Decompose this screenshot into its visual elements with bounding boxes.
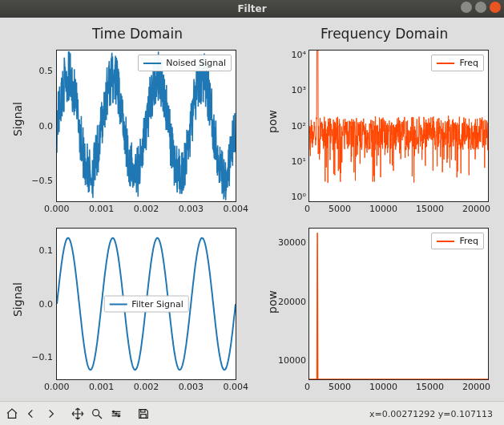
svg-point-1 <box>113 411 115 412</box>
ylabel-pow-top: pow <box>266 110 279 133</box>
axes-freq-noised: Freq <box>308 50 489 202</box>
maximize-icon[interactable] <box>475 2 486 13</box>
matplotlib-toolbar: x=0.00271292 y=0.107113 <box>0 401 504 425</box>
svg-point-2 <box>115 413 117 415</box>
cursor-coordinates: x=0.00271292 y=0.107113 <box>369 409 493 419</box>
figure-canvas[interactable]: Time Domain Frequency Domain Signal Nois… <box>0 18 504 401</box>
xticks-freq-top: 0 5000 10000 15000 20000 <box>304 204 490 214</box>
zoom-icon[interactable] <box>88 405 106 423</box>
svg-point-0 <box>93 410 99 416</box>
axes-freq-filter: Freq <box>308 228 489 380</box>
forward-icon[interactable] <box>42 405 59 423</box>
ylabel-signal-top: Signal <box>11 102 24 136</box>
legend-noised: Noised Signal <box>138 55 232 71</box>
minimize-icon[interactable] <box>461 2 472 13</box>
yticks-noised: −0.5 0.0 0.5 <box>27 50 53 202</box>
xticks-freq-bot: 0 5000 10000 15000 20000 <box>304 382 490 392</box>
xticks-noised: 0.000 0.001 0.002 0.003 0.004 <box>44 204 248 214</box>
save-icon[interactable] <box>135 405 152 423</box>
window-title: Filter <box>0 3 504 14</box>
svg-point-3 <box>118 415 119 417</box>
window-titlebar: Filter <box>0 0 504 18</box>
axes-filter-signal: Filter Signal <box>56 228 236 380</box>
legend-swatch-icon <box>143 63 161 64</box>
column-title-left: Time Domain <box>92 26 183 42</box>
legend-label: Freq <box>459 236 478 246</box>
legend-label: Freq <box>459 58 478 68</box>
axes-noised-signal: Noised Signal <box>56 50 236 202</box>
legend-swatch-icon <box>437 241 454 242</box>
window-controls <box>461 2 501 13</box>
ylabel-signal-bot: Signal <box>11 282 24 317</box>
legend-swatch-icon <box>437 63 454 64</box>
svg-rect-5 <box>141 415 147 419</box>
subplots-icon[interactable] <box>107 405 125 423</box>
xticks-filter: 0.000 0.001 0.002 0.003 0.004 <box>44 382 248 392</box>
legend-label: Filter Signal <box>131 299 183 310</box>
yticks-freq-top: 10⁰ 10¹ 10² 10³ 10⁴ <box>282 50 306 202</box>
close-icon[interactable] <box>490 2 501 13</box>
legend-label: Noised Signal <box>166 58 226 68</box>
yticks-filter: −0.1 0.0 0.1 <box>27 228 53 380</box>
svg-rect-4 <box>141 410 145 412</box>
legend-freq-top: Freq <box>431 55 484 71</box>
legend-filter: Filter Signal <box>103 296 189 313</box>
yticks-freq-bot: 10000 20000 30000 <box>276 237 306 366</box>
pan-icon[interactable] <box>69 405 87 423</box>
home-icon[interactable] <box>3 405 21 423</box>
legend-freq-bot: Freq <box>431 233 484 249</box>
column-title-right: Frequency Domain <box>321 26 448 42</box>
back-icon[interactable] <box>22 405 40 423</box>
legend-swatch-icon <box>109 303 127 305</box>
